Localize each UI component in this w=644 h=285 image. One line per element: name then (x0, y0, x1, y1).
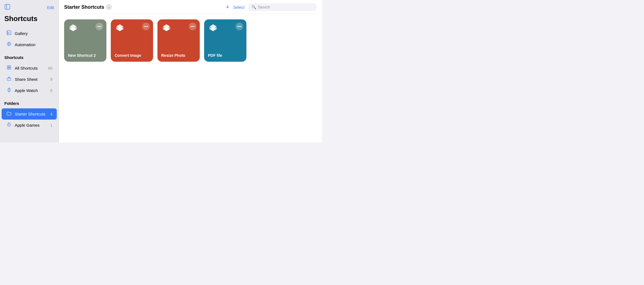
starter-shortcuts-count: 4 (50, 112, 52, 116)
sidebar-item-starter-shortcuts[interactable]: Starter Shortcuts 4 (2, 108, 57, 120)
gallery-label: Gallery (15, 31, 52, 36)
sidebar-item-all-shortcuts[interactable]: All Shortcuts 66 (2, 63, 57, 74)
search-input[interactable] (258, 5, 313, 9)
card-top: ••• (208, 23, 243, 33)
shortcut-name: PDF file (208, 53, 243, 58)
svg-rect-0 (5, 4, 10, 9)
shortcut-card-convert-image[interactable]: ••• Convert Image (111, 19, 153, 62)
svg-rect-10 (9, 66, 11, 67)
sidebar-item-apple-watch[interactable]: Apple Watch 6 (2, 85, 57, 96)
svg-rect-12 (9, 68, 11, 69)
sidebar-header: Edit (0, 0, 58, 13)
shortcuts-section: All Shortcuts 66 Share Sheet 9 (0, 61, 58, 97)
share-sheet-count: 9 (50, 77, 52, 82)
shortcut-name: New Shortcut 2 (68, 53, 103, 58)
svg-point-19 (8, 90, 9, 90)
svg-line-16 (10, 88, 10, 88)
card-top: ••• (115, 23, 150, 33)
shortcut-more-button[interactable]: ••• (235, 23, 243, 30)
shortcut-layers-icon (68, 23, 78, 33)
all-shortcuts-icon (6, 65, 12, 71)
automation-label: Automation (15, 42, 52, 47)
shortcut-layers-icon (161, 23, 172, 33)
header-left: Starter Shortcuts ⌄ (64, 4, 112, 10)
apple-watch-icon (6, 87, 12, 94)
svg-point-6 (8, 43, 10, 45)
apple-games-count: 1 (50, 123, 52, 127)
starter-shortcuts-icon (6, 111, 12, 117)
sidebar-item-share-sheet[interactable]: Share Sheet 9 (2, 74, 57, 85)
search-box[interactable]: 🔍 (248, 3, 317, 11)
main-content: Starter Shortcuts ⌄ + Select 🔍 (59, 0, 322, 143)
share-sheet-icon (6, 76, 12, 82)
shortcut-name: Resize Photo (161, 53, 196, 58)
apple-watch-label: Apple Watch (15, 88, 47, 93)
gallery-icon (6, 30, 12, 37)
starter-shortcuts-label: Starter Shortcuts (15, 112, 47, 116)
header-right: + Select 🔍 (226, 3, 317, 11)
shortcut-layers-icon (208, 23, 218, 33)
shortcut-more-button[interactable]: ••• (189, 23, 196, 30)
main-title: Starter Shortcuts (64, 4, 104, 10)
shortcut-more-button[interactable]: ••• (142, 23, 150, 30)
svg-rect-11 (7, 68, 9, 69)
svg-line-18 (10, 91, 10, 92)
shortcut-name: Convert Image (115, 53, 150, 58)
all-shortcuts-label: All Shortcuts (15, 66, 45, 70)
sidebar-item-apple-games[interactable]: Apple Games 1 (2, 120, 57, 131)
sidebar-nav-section: Gallery Automation (0, 27, 58, 51)
svg-rect-9 (7, 66, 9, 67)
shortcut-card-resize-photo[interactable]: ••• Resize Photo (157, 19, 200, 62)
apple-watch-count: 6 (50, 88, 52, 93)
shortcut-card-pdf-file[interactable]: ••• PDF file (204, 19, 246, 62)
sidebar-item-automation[interactable]: Automation (2, 39, 57, 50)
svg-line-15 (8, 88, 9, 88)
card-top: ••• (161, 23, 196, 33)
automation-icon (6, 41, 12, 48)
card-top: ••• (68, 23, 103, 33)
apple-games-label: Apple Games (15, 123, 47, 127)
sidebar-title: Shortcuts (0, 13, 58, 27)
shortcut-card-new-shortcut-2[interactable]: ••• New Shortcut 2 (64, 19, 106, 62)
folders-section-header: Folders (0, 97, 58, 107)
shortcuts-section-header: Shortcuts (0, 51, 58, 61)
shortcut-layers-icon (115, 23, 125, 33)
edit-button[interactable]: Edit (47, 5, 54, 10)
shortcuts-grid: ••• New Shortcut 2 ••• Convert Image (59, 14, 322, 143)
svg-rect-14 (8, 88, 10, 91)
sidebar: Edit Shortcuts Gallery (0, 0, 59, 143)
chevron-down-icon[interactable]: ⌄ (106, 4, 112, 10)
main-header: Starter Shortcuts ⌄ + Select 🔍 (59, 0, 322, 14)
svg-line-17 (8, 91, 9, 92)
sidebar-toggle-icon[interactable] (4, 4, 10, 11)
sidebar-item-gallery[interactable]: Gallery (2, 28, 57, 39)
share-sheet-label: Share Sheet (15, 77, 47, 82)
all-shortcuts-count: 66 (48, 66, 52, 70)
add-button[interactable]: + (226, 4, 229, 10)
folders-section: Starter Shortcuts 4 Apple Games 1 (0, 107, 58, 132)
shortcut-more-button[interactable]: ••• (96, 23, 103, 30)
apple-games-icon (6, 122, 12, 128)
search-icon: 🔍 (252, 5, 256, 9)
svg-point-3 (8, 32, 8, 32)
select-button[interactable]: Select (233, 5, 245, 10)
